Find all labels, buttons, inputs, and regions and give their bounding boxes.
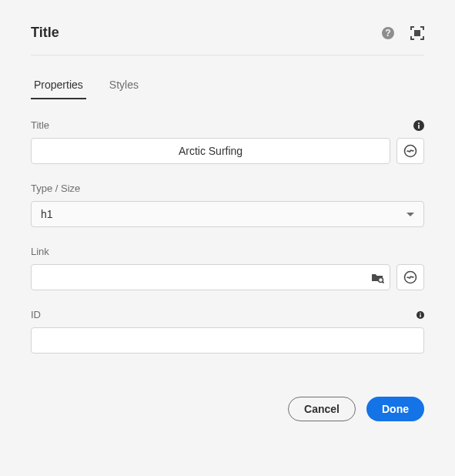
done-button[interactable]: Done bbox=[366, 397, 424, 421]
link-input[interactable] bbox=[31, 264, 390, 290]
link-data-button[interactable] bbox=[396, 264, 424, 290]
type-size-select[interactable]: h1 bbox=[31, 201, 424, 227]
svg-point-7 bbox=[379, 278, 383, 283]
title-label: Title bbox=[31, 119, 49, 131]
form: Title Type / Size h1 bbox=[31, 119, 424, 354]
svg-line-8 bbox=[383, 282, 384, 283]
svg-point-12 bbox=[420, 313, 421, 314]
type-size-value: h1 bbox=[41, 208, 53, 220]
cancel-button[interactable]: Cancel bbox=[288, 397, 356, 421]
dialog-header: Title ? bbox=[31, 25, 424, 55]
field-link: Link bbox=[31, 246, 424, 290]
fullscreen-icon[interactable] bbox=[410, 26, 424, 40]
field-id: ID bbox=[31, 309, 424, 354]
header-actions: ? bbox=[381, 26, 424, 40]
dialog: Title ? Properties Styles Title bbox=[0, 0, 455, 440]
svg-point-5 bbox=[418, 122, 420, 124]
id-label: ID bbox=[31, 309, 41, 320]
info-icon[interactable] bbox=[413, 120, 424, 131]
title-input[interactable] bbox=[31, 138, 390, 164]
id-input[interactable] bbox=[31, 327, 424, 354]
link-label: Link bbox=[31, 246, 49, 257]
svg-text:?: ? bbox=[385, 28, 390, 39]
type-size-label: Type / Size bbox=[31, 183, 80, 194]
dialog-footer: Cancel Done bbox=[31, 397, 424, 421]
info-icon-small[interactable] bbox=[417, 311, 424, 319]
field-title: Title bbox=[31, 119, 424, 164]
tabs: Properties Styles bbox=[31, 74, 424, 99]
svg-rect-2 bbox=[414, 30, 420, 36]
help-icon[interactable]: ? bbox=[381, 26, 395, 40]
chevron-down-icon bbox=[406, 213, 414, 216]
svg-rect-4 bbox=[418, 125, 420, 129]
tab-properties[interactable]: Properties bbox=[31, 74, 86, 99]
field-type-size: Type / Size h1 bbox=[31, 183, 424, 227]
tab-styles[interactable]: Styles bbox=[106, 74, 142, 99]
browse-icon[interactable] bbox=[370, 270, 384, 284]
svg-rect-11 bbox=[420, 314, 420, 317]
title-data-button[interactable] bbox=[396, 138, 424, 164]
dialog-title: Title bbox=[31, 25, 59, 41]
